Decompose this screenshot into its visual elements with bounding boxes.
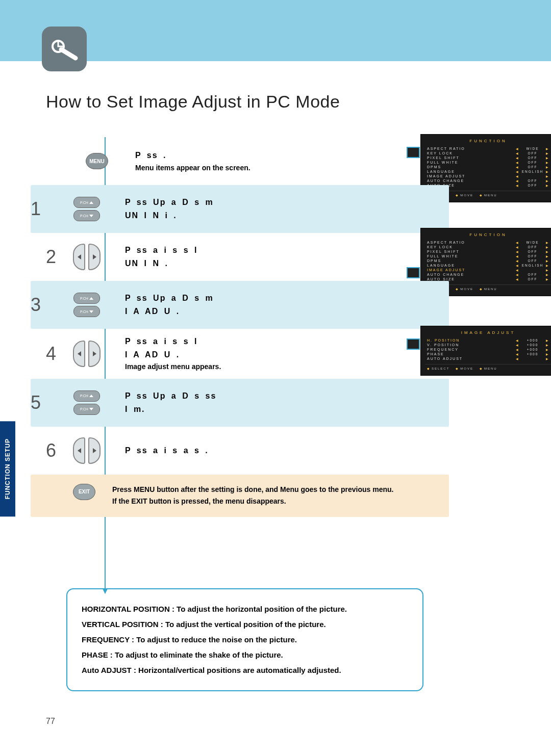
step-3: 3 P.CH P.CH P ss Up a D s m I A AD U . bbox=[31, 281, 449, 329]
page-number: 77 bbox=[46, 717, 551, 726]
header-bar bbox=[0, 0, 551, 61]
exit-line2: If the EXIT button is pressed, the menu … bbox=[112, 496, 394, 508]
updown-button-icon: P.CH P.CH bbox=[73, 390, 100, 415]
step-1: 1 P.CH P.CH P ss Up a D s m UN I N i . bbox=[31, 185, 449, 233]
page-title: How to Set Image Adjust in PC Mode bbox=[46, 92, 551, 112]
wrench-icon bbox=[42, 27, 87, 71]
step-2: 2 P ss a i s s l UN I N . FUNCTIONASPECT… bbox=[46, 233, 551, 281]
menu-button-icon: MENU bbox=[86, 153, 108, 169]
info-vpos: VERTICAL POSITION : To adjust the vertic… bbox=[82, 617, 408, 632]
leftright-button-icon bbox=[73, 341, 101, 367]
info-phase: PHASE : To adjust to eliminate the shake… bbox=[82, 647, 408, 663]
step0-line1: P ss . bbox=[135, 151, 167, 160]
side-tab: FUNCTION SETUP bbox=[0, 421, 15, 516]
step-4: 4 P ss a i s s l I A AD U . Image adjust… bbox=[46, 329, 551, 379]
step-5: 5 P.CH P.CH P ss Up a D s ss I m. bbox=[31, 379, 449, 427]
leftright-button-icon bbox=[73, 244, 101, 270]
info-freq: FREQUENCY : To adjust to reduce the nois… bbox=[82, 632, 408, 647]
step-6: 6 P ss a i s a s . bbox=[46, 427, 551, 475]
info-hpos: HORIZONTAL POSITION : To adjust the hori… bbox=[82, 602, 408, 617]
step-menu: MENU P ss . Menu items appear on the scr… bbox=[46, 137, 551, 185]
updown-button-icon: P.CH P.CH bbox=[73, 293, 100, 317]
exit-line1: Press MENU button after the setting is d… bbox=[112, 484, 394, 496]
updown-button-icon: P.CH P.CH bbox=[73, 197, 100, 221]
exit-note: EXIT Press MENU button after the setting… bbox=[31, 475, 449, 517]
step0-note: Menu items appear on the screen. bbox=[135, 162, 251, 173]
leftright-button-icon bbox=[73, 437, 101, 464]
exit-button-icon: EXIT bbox=[73, 484, 95, 500]
info-box: HORIZONTAL POSITION : To adjust the hori… bbox=[66, 588, 423, 691]
info-auto: Auto ADJUST : Horizontal/vertical positi… bbox=[82, 663, 408, 678]
osd-image-adjust: IMAGE ADJUSTH. POSITION◀+000▶V. POSITION… bbox=[420, 326, 551, 376]
